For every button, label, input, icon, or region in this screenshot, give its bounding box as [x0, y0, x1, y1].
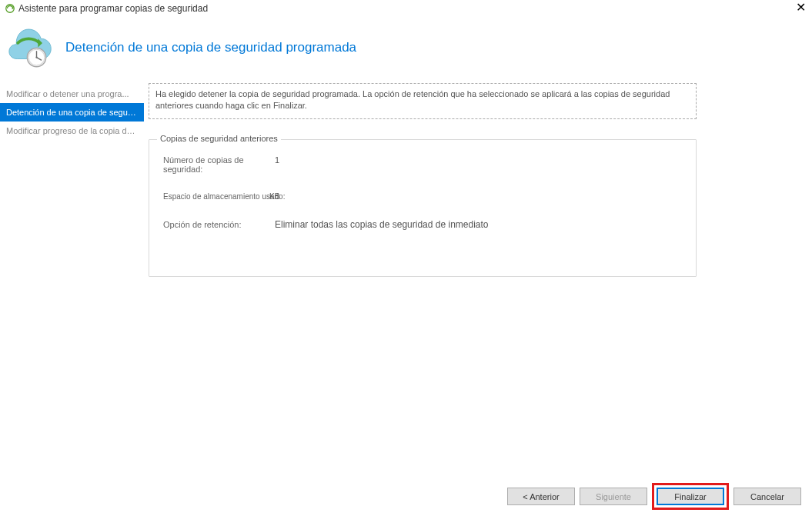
storage-value: KB — [269, 192, 279, 201]
sidebar-item-modify-progress[interactable]: Modificar progreso de la copia de seguri… — [0, 122, 144, 140]
field-row-backup-count: Número de copias de seguridad: 1 — [163, 155, 682, 174]
backup-count-value: 1 — [275, 155, 279, 165]
previous-backups-fieldset: Copias de seguridad anteriores Número de… — [149, 139, 697, 277]
close-icon[interactable]: ✕ — [796, 0, 806, 15]
svg-point-5 — [35, 57, 37, 58]
window-title: Asistente para programar copias de segur… — [18, 3, 208, 14]
sidebar-item-label: Modificar o detener una progra... — [6, 89, 129, 98]
previous-button[interactable]: < Anterior — [507, 488, 575, 505]
retention-label: Opción de retención: — [163, 220, 275, 229]
main-area: Modificar o detener una progra... Detenc… — [0, 78, 812, 478]
field-row-storage: Espacio de almacenamiento usado: KB — [163, 192, 682, 201]
app-icon — [5, 3, 15, 14]
content-panel: Ha elegido detener la copia de seguridad… — [144, 78, 812, 478]
cancel-button-label: Cancelar — [750, 492, 784, 501]
field-row-retention: Opción de retención: Eliminar todas las … — [163, 219, 682, 230]
next-button-label: Siguiente — [596, 492, 631, 501]
backup-count-label: Número de copias de seguridad: — [163, 155, 275, 174]
finish-highlight: Finalizar — [652, 483, 729, 510]
finish-button[interactable]: Finalizar — [657, 488, 724, 505]
info-text-box: Ha elegido detener la copia de seguridad… — [149, 83, 697, 119]
cancel-button[interactable]: Cancelar — [733, 488, 801, 505]
sidebar-item-label: Modificar progreso de la copia de seguri… — [6, 126, 144, 135]
finish-button-label: Finalizar — [674, 492, 707, 501]
sidebar-item-modify-or-stop[interactable]: Modificar o detener una progra... — [0, 85, 144, 103]
cloud-clock-icon — [8, 26, 54, 68]
button-bar: < Anterior Siguiente Finalizar Cancelar — [507, 483, 801, 510]
retention-value: Eliminar todas las copias de seguridad d… — [275, 219, 489, 230]
storage-label: Espacio de almacenamiento usado: — [163, 192, 286, 201]
fieldset-legend: Copias de seguridad anteriores — [157, 134, 281, 143]
info-text: Ha elegido detener la copia de seguridad… — [155, 89, 670, 110]
sidebar-item-stop-backup[interactable]: Detención de una copia de seguridad — [0, 103, 144, 122]
page-title: Detención de una copia de seguridad prog… — [65, 40, 356, 55]
header: Detención de una copia de seguridad prog… — [0, 17, 812, 78]
previous-button-label: < Anterior — [523, 492, 559, 501]
sidebar-item-label: Detención de una copia de seguridad — [6, 108, 144, 117]
title-bar: Asistente para programar copias de segur… — [0, 0, 812, 17]
sidebar: Modificar o detener una progra... Detenc… — [0, 78, 144, 478]
next-button: Siguiente — [580, 488, 647, 505]
